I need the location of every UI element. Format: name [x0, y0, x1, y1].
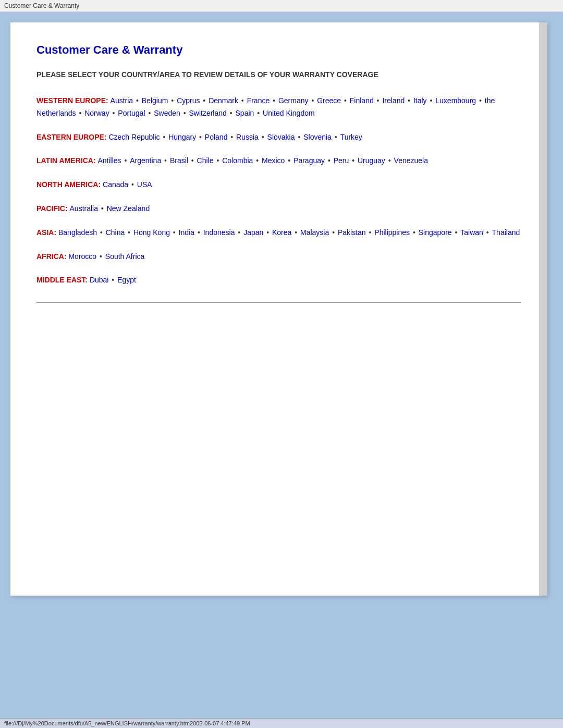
separator: •	[484, 228, 491, 237]
region-label-north-america: NORTH AMERICA:	[36, 180, 103, 189]
separator: •	[171, 228, 178, 237]
country-link-sweden[interactable]: Sweden	[154, 109, 180, 117]
separator: •	[333, 133, 339, 141]
separator: •	[228, 109, 235, 117]
country-link-morocco[interactable]: Morocco	[68, 252, 96, 261]
separator: •	[161, 133, 168, 141]
browser-window: Customer Care & Warranty PLEASE SELECT Y…	[10, 22, 547, 596]
region-western-europe: WESTERN EUROPE: Austria • Belgium • Cypr…	[36, 95, 521, 120]
country-link-singapore[interactable]: Singapore	[419, 228, 452, 237]
country-link-switzerland[interactable]: Switzerland	[189, 109, 226, 117]
separator: •	[99, 204, 106, 213]
country-link-turkey[interactable]: Turkey	[340, 133, 362, 141]
country-link-portugal[interactable]: Portugal	[118, 109, 145, 117]
country-link-philippines[interactable]: Philippines	[374, 228, 410, 237]
country-link-austria[interactable]: Austria	[111, 96, 133, 105]
separator: •	[97, 252, 104, 261]
country-link-taiwan[interactable]: Taiwan	[460, 228, 483, 237]
title-bar: Customer Care & Warranty	[0, 0, 563, 12]
page-title: Customer Care & Warranty	[36, 43, 521, 57]
country-link-russia[interactable]: Russia	[236, 133, 259, 141]
region-label-asia: ASIA:	[36, 228, 58, 237]
separator: •	[296, 133, 303, 141]
country-link-ireland[interactable]: Ireland	[382, 96, 405, 105]
separator: •	[350, 156, 357, 165]
country-link-italy[interactable]: Italy	[413, 96, 427, 105]
country-link-norway[interactable]: Norway	[84, 109, 109, 117]
country-link-paraguay[interactable]: Paraguay	[293, 156, 325, 165]
country-link-egypt[interactable]: Egypt	[117, 276, 136, 284]
separator: •	[330, 228, 337, 237]
country-link-belgium[interactable]: Belgium	[142, 96, 168, 105]
country-link-slovenia[interactable]: Slovenia	[303, 133, 332, 141]
separator: •	[292, 228, 299, 237]
separator: •	[260, 133, 266, 141]
separator: •	[197, 133, 204, 141]
country-link-denmark[interactable]: Denmark	[209, 96, 238, 105]
separator: •	[195, 228, 202, 237]
country-link-poland[interactable]: Poland	[205, 133, 228, 141]
separator: •	[286, 156, 292, 165]
country-link-spain[interactable]: Spain	[236, 109, 254, 117]
country-link-uruguay[interactable]: Uruguay	[358, 156, 385, 165]
separator: •	[411, 228, 418, 237]
country-link-venezuela[interactable]: Venezuela	[394, 156, 428, 165]
country-link-mexico[interactable]: Mexico	[262, 156, 285, 165]
separator: •	[111, 109, 117, 117]
country-link-peru[interactable]: Peru	[334, 156, 349, 165]
country-link-germany[interactable]: Germany	[278, 96, 309, 105]
country-link-new-zealand[interactable]: New Zealand	[107, 204, 150, 213]
country-link-bangladesh[interactable]: Bangladesh	[58, 228, 97, 237]
country-link-argentina[interactable]: Argentina	[130, 156, 161, 165]
region-label-middle-east: MIDDLE EAST:	[36, 276, 90, 284]
country-link-czech-republic[interactable]: Czech Republic	[108, 133, 160, 141]
separator: •	[428, 96, 435, 105]
region-north-america: NORTH AMERICA: Canada • USA	[36, 179, 521, 191]
country-link-pakistan[interactable]: Pakistan	[338, 228, 366, 237]
country-link-chile[interactable]: Chile	[197, 156, 214, 165]
separator: •	[123, 156, 129, 165]
country-link-korea[interactable]: Korea	[272, 228, 291, 237]
separator: •	[342, 96, 349, 105]
country-link-brasil[interactable]: Brasil	[170, 156, 188, 165]
country-link-cyprus[interactable]: Cyprus	[177, 96, 200, 105]
country-link-usa[interactable]: USA	[137, 180, 152, 189]
country-link-hong-kong[interactable]: Hong Kong	[133, 228, 170, 237]
country-link-malaysia[interactable]: Malaysia	[300, 228, 329, 237]
country-link-finland[interactable]: Finland	[350, 96, 374, 105]
country-link-indonesia[interactable]: Indonesia	[203, 228, 235, 237]
country-link-india[interactable]: India	[179, 228, 194, 237]
status-bar-text: file:///D|/My%20Documents/dfu/A5_new/ENG…	[4, 720, 250, 726]
country-link-slovakia[interactable]: Slovakia	[267, 133, 295, 141]
separator: •	[326, 156, 333, 165]
separator: •	[129, 180, 136, 189]
country-link-japan[interactable]: Japan	[243, 228, 263, 237]
country-link-canada[interactable]: Canada	[103, 180, 128, 189]
country-link-thailand[interactable]: Thailand	[492, 228, 520, 237]
country-link-greece[interactable]: Greece	[317, 96, 341, 105]
country-link-australia[interactable]: Australia	[70, 204, 98, 213]
separator: •	[477, 96, 484, 105]
country-link-hungary[interactable]: Hungary	[168, 133, 196, 141]
separator: •	[239, 96, 246, 105]
separator: •	[98, 228, 105, 237]
country-link-colombia[interactable]: Colombia	[222, 156, 253, 165]
region-label-pacific: PACIFIC:	[36, 204, 70, 213]
country-link-united-kingdom[interactable]: United Kingdom	[263, 109, 315, 117]
country-link-dubai[interactable]: Dubai	[90, 276, 109, 284]
country-link-antilles[interactable]: Antilles	[97, 156, 121, 165]
separator: •	[255, 109, 262, 117]
separator: •	[126, 228, 132, 237]
title-bar-label: Customer Care & Warranty	[4, 2, 79, 9]
separator: •	[375, 96, 382, 105]
separator: •	[146, 109, 153, 117]
country-link-south-africa[interactable]: South Africa	[105, 252, 145, 261]
separator: •	[453, 228, 460, 237]
country-link-france[interactable]: France	[247, 96, 270, 105]
country-link-china[interactable]: China	[106, 228, 125, 237]
separator: •	[264, 228, 271, 237]
page-subtitle: PLEASE SELECT YOUR COUNTRY/AREA TO REVIE…	[36, 69, 521, 80]
separator: •	[162, 156, 169, 165]
country-link-luxembourg[interactable]: Luxembourg	[435, 96, 476, 105]
separator: •	[77, 109, 84, 117]
